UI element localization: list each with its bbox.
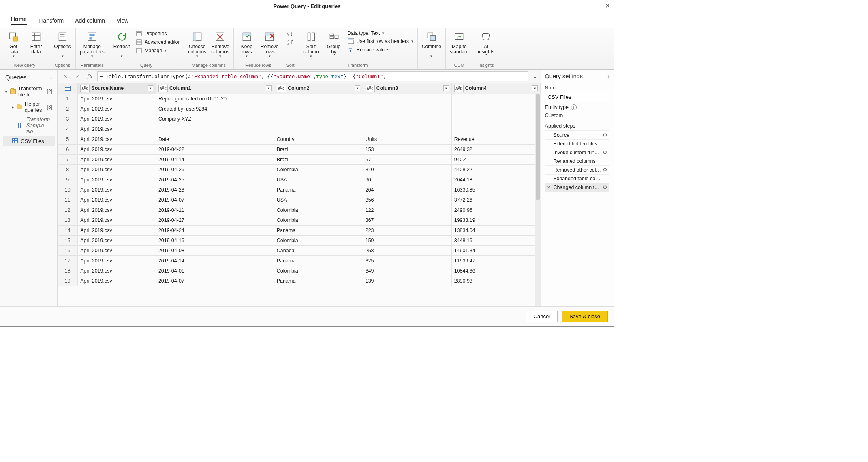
cell[interactable]: 2890.93 (451, 276, 540, 286)
cell[interactable]: 16330.85 (451, 185, 540, 195)
tab-add-column[interactable]: Add column (69, 15, 111, 26)
cell[interactable]: April 2019.csv (78, 94, 156, 104)
row-index[interactable]: 10 (58, 185, 78, 195)
formula-input[interactable]: = Table.TransformColumnTypes(#"Expanded … (97, 71, 528, 81)
info-icon[interactable]: i (571, 104, 577, 110)
cell[interactable]: 2019-04-23 (156, 185, 274, 195)
table-row[interactable]: 9April 2019.csv2019-04-25USA902044.18 (58, 175, 540, 185)
tab-transform[interactable]: Transform (32, 15, 69, 26)
table-row[interactable]: 15April 2019.csv2019-04-16Colombia159344… (58, 236, 540, 246)
cell[interactable]: 11939.47 (451, 256, 540, 266)
advanced-editor-button[interactable]: Advanced editor (134, 38, 182, 46)
cell[interactable]: Canada (274, 246, 363, 256)
cell[interactable]: 349 (363, 266, 451, 276)
table-row[interactable]: 5April 2019.csvDateCountryUnitsRevenue (58, 134, 540, 145)
col-header-source-name[interactable]: ABCSource.Name▾ (78, 83, 156, 94)
table-row[interactable]: 7April 2019.csv2019-04-14Brazil57940.4 (58, 155, 540, 165)
data-type-button[interactable]: Data type: Text ▾ (346, 30, 415, 37)
cell[interactable]: April 2019.csv (78, 236, 156, 246)
close-icon[interactable]: ✕ (605, 2, 610, 10)
cell[interactable]: 2019-04-27 (156, 215, 274, 226)
col-header-column2[interactable]: ABCColumn2▾ (274, 83, 363, 94)
cell[interactable] (451, 114, 540, 124)
cell[interactable] (363, 114, 451, 124)
table-row[interactable]: 2April 2019.csvCreated by: user9284 (58, 104, 540, 114)
cell[interactable]: 14601.34 (451, 246, 540, 256)
cell[interactable]: 153 (363, 145, 451, 155)
row-index[interactable]: 4 (58, 124, 78, 134)
save-close-button[interactable]: Save & close (562, 311, 608, 322)
cell[interactable]: 258 (363, 246, 451, 256)
table-row[interactable]: 1April 2019.csvReport generated on 01-01… (58, 94, 540, 104)
formula-accept-icon[interactable]: ✓ (73, 72, 82, 81)
tab-view[interactable]: View (111, 15, 134, 26)
cell[interactable]: 223 (363, 226, 451, 236)
cell[interactable]: 4408.22 (451, 165, 540, 175)
filter-icon[interactable]: ▾ (443, 85, 449, 91)
col-header-column1[interactable]: ABCColumn1▾ (156, 83, 274, 94)
cell[interactable] (451, 94, 540, 104)
cell[interactable]: USA (274, 175, 363, 185)
cell[interactable]: Country (274, 134, 363, 145)
map-to-standard-button[interactable]: Map to standard (448, 30, 470, 55)
applied-step[interactable]: Renamed columns (545, 157, 609, 165)
table-row[interactable]: 12April 2019.csv2019-04-11Colombia122249… (58, 205, 540, 215)
cell[interactable]: 2019-04-07 (156, 195, 274, 205)
cell[interactable]: 356 (363, 195, 451, 205)
cell[interactable]: April 2019.csv (78, 165, 156, 175)
row-index[interactable]: 5 (58, 134, 78, 145)
cell[interactable] (363, 104, 451, 114)
applied-step[interactable]: Source⚙ (545, 130, 609, 139)
cell[interactable]: 2649.32 (451, 145, 540, 155)
gear-icon[interactable]: ⚙ (603, 184, 607, 190)
cell[interactable]: 2019-04-25 (156, 175, 274, 185)
cell[interactable]: Revenue (451, 134, 540, 145)
cell[interactable] (451, 124, 540, 134)
table-row[interactable]: 6April 2019.csv2019-04-22Brazil1532649.3… (58, 145, 540, 155)
cell[interactable]: 2019-04-11 (156, 205, 274, 215)
cell[interactable]: Brazil (274, 155, 363, 165)
table-row[interactable]: 19April 2019.csv2019-04-07Panama1392890.… (58, 276, 540, 286)
row-index[interactable]: 12 (58, 205, 78, 215)
remove-columns-button[interactable]: Remove columns▾ (210, 30, 231, 59)
cell[interactable] (274, 94, 363, 104)
first-row-headers-button[interactable]: Use first row as headers ▾ (346, 37, 415, 45)
cell[interactable]: 159 (363, 236, 451, 246)
cell[interactable]: April 2019.csv (78, 185, 156, 195)
group-by-button[interactable]: Group by (323, 30, 344, 55)
cell[interactable]: 325 (363, 256, 451, 266)
cell[interactable]: Colombia (274, 165, 363, 175)
replace-values-button[interactable]: Replace values (346, 46, 415, 54)
cell[interactable]: 19933.19 (451, 215, 540, 226)
row-index[interactable]: 14 (58, 226, 78, 236)
cell[interactable]: Colombia (274, 236, 363, 246)
sort-asc-button[interactable]: AZ (286, 30, 295, 38)
cell[interactable]: Created by: user9284 (156, 104, 274, 114)
tree-folder-helper-queries[interactable]: ▸ Helper queries [3] (3, 99, 55, 115)
cell[interactable]: April 2019.csv (78, 226, 156, 236)
cell[interactable]: 367 (363, 215, 451, 226)
filter-icon[interactable]: ▾ (266, 85, 272, 91)
cell[interactable]: 310 (363, 165, 451, 175)
row-index[interactable]: 16 (58, 246, 78, 256)
cell[interactable]: 2019-04-14 (156, 155, 274, 165)
options-button[interactable]: Options▾ (52, 30, 73, 59)
collapse-settings-icon[interactable]: › (607, 73, 609, 79)
cell[interactable]: Colombia (274, 215, 363, 226)
col-header-column3[interactable]: ABCColumn3▾ (363, 83, 451, 94)
combine-button[interactable]: Combine▾ (420, 30, 443, 59)
cell[interactable]: 2019-04-22 (156, 145, 274, 155)
applied-step[interactable]: Invoke custom fun…⚙ (545, 148, 609, 157)
cell[interactable] (363, 94, 451, 104)
query-name-input[interactable] (545, 92, 609, 102)
cell[interactable]: April 2019.csv (78, 195, 156, 205)
cell[interactable]: USA (274, 195, 363, 205)
formula-cancel-icon[interactable]: ✕ (61, 72, 70, 81)
get-data-button[interactable]: Get data▾ (3, 30, 24, 59)
table-row[interactable]: 13April 2019.csv2019-04-27Colombia367199… (58, 215, 540, 226)
row-index[interactable]: 9 (58, 175, 78, 185)
table-row[interactable]: 14April 2019.csv2019-04-24Panama22313834… (58, 226, 540, 236)
vertical-scrollbar[interactable] (535, 94, 541, 306)
formula-expand-icon[interactable]: ⌄ (533, 73, 537, 79)
cell[interactable]: 940.4 (451, 155, 540, 165)
